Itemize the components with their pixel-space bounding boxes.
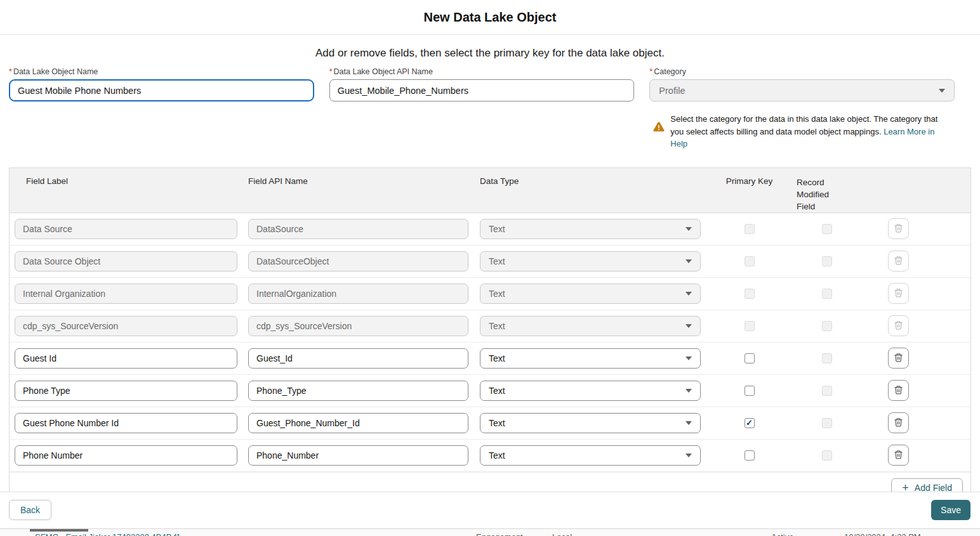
primary-key-checkbox[interactable] [745,353,755,363]
background-bar [30,529,88,532]
delete-field-button[interactable] [888,380,909,401]
fields-table: Field Label Field API Name Data Type Pri… [9,167,971,504]
warning-icon [653,122,665,150]
primary-key-checkbox [745,256,755,266]
chevron-down-icon [685,389,692,393]
required-asterisk: * [649,67,652,76]
field-api-name-input [248,219,468,239]
data-type-select[interactable]: Text [480,381,701,401]
back-button[interactable]: Back [9,500,51,520]
field-api-name-input[interactable] [248,445,468,466]
trash-icon [894,256,903,267]
trash-icon [894,417,903,429]
delete-field-button [888,218,909,239]
field-api-name-input[interactable] [248,381,468,401]
field-api-name-input[interactable] [248,413,468,433]
field-label-input [15,316,237,336]
required-asterisk: * [9,67,12,76]
category-warning: Select the category for the data in this… [649,113,955,150]
field-api-name-input [248,251,468,271]
object-name-input[interactable] [9,79,314,101]
trash-icon [894,385,903,396]
field-label-input[interactable] [15,348,237,369]
category-select: Profile [649,79,955,101]
primary-key-checkbox [745,321,755,331]
category-selected-value: Profile [659,86,939,96]
object-name-field-group: *Data Lake Object Name [9,67,314,150]
table-row: Text [10,278,970,310]
record-modified-checkbox [822,353,832,363]
table-row: Text [10,440,970,472]
background-clipped-row: SFMC - Email Jicker 17403200 4B4B f1 Eng… [0,528,980,536]
delete-field-button [888,315,909,336]
delete-field-button [888,283,909,304]
trash-icon [894,288,903,299]
field-label-input[interactable] [15,381,237,401]
record-modified-checkbox [822,289,832,299]
record-modified-checkbox [822,386,832,396]
data-type-select: Text [480,251,701,271]
col-header-data-type: Data Type [480,168,710,212]
page-title: New Data Lake Object [424,10,557,25]
record-modified-checkbox [822,224,832,234]
modal-header: New Data Lake Object [0,0,980,35]
data-type-select: Text [480,316,701,336]
delete-field-button[interactable] [888,445,909,466]
field-label-input [15,251,237,271]
background-text-fragment: SFMC - Email Jicker 17403200 4B4B f1 [35,532,181,536]
modal-subtitle: Add or remove fields, then select the pr… [0,47,980,60]
background-text-fragment: Local [552,532,572,536]
field-label-input [15,219,237,239]
field-label-input[interactable] [15,413,237,433]
trash-icon [894,320,903,332]
delete-field-button[interactable] [888,412,909,433]
primary-key-checkbox[interactable] [745,386,755,396]
object-api-name-field-group: *Data Lake Object API Name [329,67,635,150]
primary-key-checkbox [745,224,755,234]
record-modified-checkbox [822,321,832,331]
chevron-down-icon [685,292,692,296]
field-api-name-input [248,316,468,336]
save-button[interactable]: Save [931,500,970,520]
data-type-select[interactable]: Text [480,413,701,433]
category-warning-text: Select the category for the data in this… [670,113,947,150]
background-text-fragment: Active [771,532,793,536]
field-api-name-input [248,284,468,304]
table-row: Text [10,375,970,407]
background-text-fragment: 10/20/2024, 4:22 PM [844,532,921,536]
object-api-name-input[interactable] [329,79,635,101]
trash-icon [894,353,903,364]
category-label: *Category [649,67,955,76]
delete-field-button[interactable] [888,348,909,369]
background-text-fragment: Engagement [476,532,523,536]
table-row: Text [10,213,970,245]
data-type-select[interactable]: Text [480,445,701,466]
col-header-field-label: Field Label [10,168,248,212]
field-label-input [15,284,237,304]
chevron-down-icon [685,324,692,328]
chevron-down-icon [685,227,692,231]
modal-footer: Back Save [0,492,980,528]
data-type-select[interactable]: Text [480,348,701,369]
primary-key-checkbox[interactable] [745,418,755,428]
chevron-down-icon [939,89,945,93]
object-form: *Data Lake Object Name *Data Lake Object… [9,67,955,150]
primary-key-checkbox[interactable] [745,450,755,461]
table-row: Text [10,310,970,343]
primary-key-checkbox [745,289,755,299]
field-label-input[interactable] [15,445,237,466]
object-api-name-label: *Data Lake Object API Name [329,67,635,76]
chevron-down-icon [685,421,692,425]
record-modified-checkbox [822,450,832,461]
chevron-down-icon [685,259,692,263]
table-row: Text [10,343,970,375]
data-type-select: Text [480,219,701,239]
chevron-down-icon [685,454,692,457]
field-api-name-input[interactable] [248,348,468,369]
col-header-field-api-name: Field API Name [248,168,480,212]
category-field-group: *Category Profile Select the category fo… [649,67,955,150]
record-modified-checkbox [822,256,832,266]
trash-icon [894,450,903,461]
col-header-primary-key: Primary Key [710,168,789,212]
table-row: Text [10,245,970,278]
